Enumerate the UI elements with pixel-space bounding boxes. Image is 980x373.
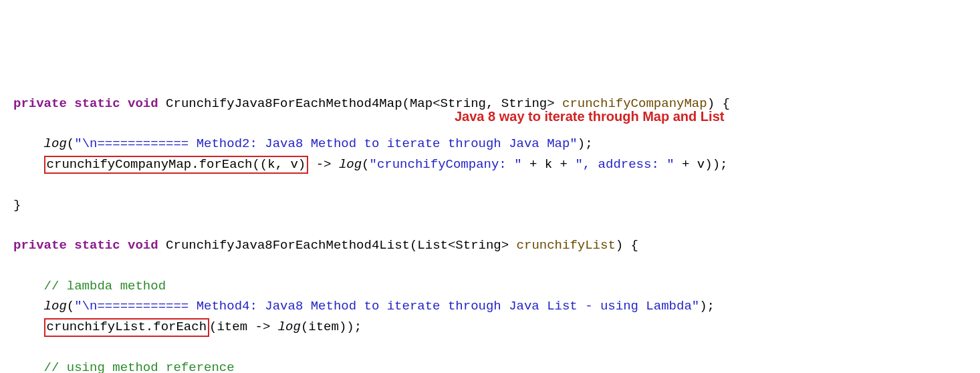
lambda-arrow: -> (308, 157, 339, 172)
brace-close: } (13, 198, 21, 213)
comment-lambda: // lambda method (44, 279, 166, 293)
code-block: private static void CrunchifyJava8ForEac… (13, 94, 967, 373)
log-call: log (44, 299, 67, 314)
keyword-static: static (74, 96, 120, 111)
method2-params-close: ) { (616, 238, 638, 253)
log-call: log (339, 157, 362, 172)
keyword-private: private (13, 96, 67, 111)
keyword-private: private (13, 238, 67, 253)
log-string-2: "\n============ Method4: Java8 Method to… (74, 299, 699, 314)
highlight-box-2: crunchifyList.forEach (44, 318, 209, 337)
log-call: log (278, 320, 301, 334)
method-name-2: CrunchifyJava8ForEachMethod4List (166, 238, 410, 253)
highlight-box-1: crunchifyCompanyMap.forEach((k, v) (44, 156, 309, 174)
method2-param-var: crunchifyList (517, 238, 616, 253)
log-string-1: "\n============ Method2: Java8 Method to… (74, 136, 578, 151)
log-call: log (44, 136, 67, 151)
comment-methodref: // using method reference (44, 360, 235, 373)
keyword-void: void (128, 96, 158, 111)
method2-params-open: (List<String> (410, 238, 517, 253)
annotation-text: Java 8 way to iterate through Map and Li… (455, 106, 724, 127)
log-string-part1: "crunchifyCompany: " (370, 157, 522, 172)
log-string-part2: ", address: " (575, 157, 674, 172)
keyword-static: static (74, 238, 120, 253)
method-name-1: CrunchifyJava8ForEachMethod4Map (166, 96, 402, 111)
keyword-void: void (128, 238, 158, 253)
